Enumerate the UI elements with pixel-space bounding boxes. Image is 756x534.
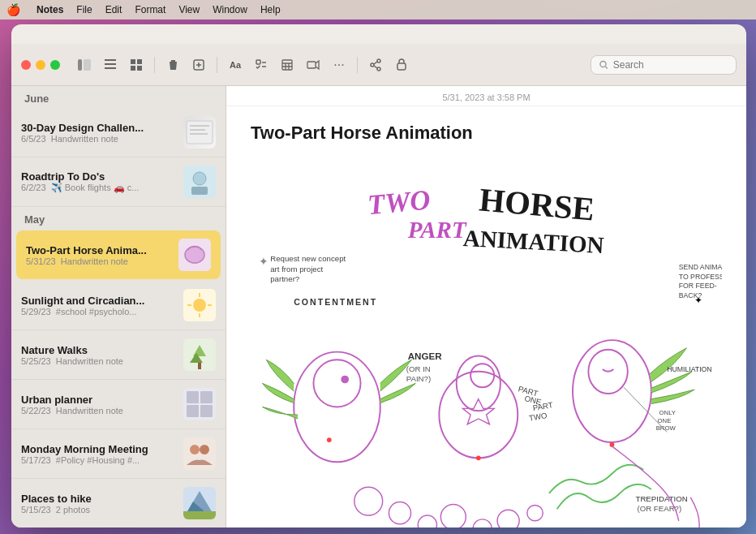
note-title: Sunlight and Circadian... bbox=[21, 295, 177, 307]
note-info: Monday Morning Meeting 5/17/23 #Policy #… bbox=[21, 443, 177, 465]
menu-format[interactable]: Format bbox=[135, 4, 165, 15]
share-button[interactable] bbox=[364, 54, 387, 76]
note-title: Places to hike bbox=[21, 493, 177, 505]
main-content: June 30-Day Design Challen... 6/5/23 Han… bbox=[11, 86, 746, 528]
svg-text:(OR IN: (OR IN bbox=[406, 364, 431, 373]
menu-help[interactable]: Help bbox=[260, 4, 281, 15]
section-june: June bbox=[11, 86, 226, 108]
menubar: 🍎 Notes File Edit Format View Window Hel… bbox=[0, 0, 756, 19]
note-info: Two-Part Horse Anima... 5/31/23 Handwrit… bbox=[26, 244, 172, 266]
svg-text:PAIN?): PAIN?) bbox=[406, 374, 431, 383]
search-input[interactable] bbox=[613, 59, 728, 71]
list-view-button[interactable] bbox=[99, 54, 122, 76]
note-drawing: TWO PART HORSE ANIMATION ✦ Request new c… bbox=[251, 157, 722, 528]
note-title: Urban planner bbox=[21, 394, 177, 406]
gallery-view-button[interactable] bbox=[125, 54, 148, 76]
search-icon bbox=[599, 60, 608, 70]
editor: 5/31, 2023 at 3:58 PM Two-Part Horse Ani… bbox=[226, 86, 746, 528]
svg-text:PART: PART bbox=[407, 217, 467, 243]
editor-content[interactable]: Two-Part Horse Animation TWO PART HORSE … bbox=[226, 106, 746, 528]
svg-rect-6 bbox=[137, 59, 142, 64]
note-item-nature-walks[interactable]: Nature Walks 5/25/23 Handwritten note bbox=[11, 330, 226, 380]
note-item-roadtrip[interactable]: Roadtrip To Do's 6/2/23 ✈️ Book flights … bbox=[11, 157, 226, 207]
note-item-design-challenge[interactable]: 30-Day Design Challen... 6/5/23 Handwrit… bbox=[11, 108, 226, 157]
svg-text:ONE: ONE bbox=[658, 417, 672, 424]
note-meta: 6/2/23 ✈️ Book flights 🚗 c... bbox=[21, 183, 177, 193]
attachment-button[interactable] bbox=[302, 54, 324, 76]
menu-notes[interactable]: Notes bbox=[37, 4, 63, 15]
svg-rect-18 bbox=[187, 121, 213, 144]
menu-view[interactable]: View bbox=[178, 4, 200, 15]
note-thumb bbox=[183, 487, 216, 519]
menu-window[interactable]: Window bbox=[213, 4, 247, 15]
svg-point-13 bbox=[377, 59, 380, 62]
sep-1 bbox=[154, 57, 155, 73]
sidebar-toggle-button[interactable] bbox=[73, 54, 96, 76]
table-button[interactable] bbox=[276, 54, 299, 76]
svg-rect-7 bbox=[131, 66, 135, 71]
search-bar[interactable] bbox=[591, 55, 737, 75]
svg-point-96 bbox=[327, 437, 332, 442]
note-item-meeting[interactable]: Monday Morning Meeting 5/17/23 #Policy #… bbox=[11, 429, 226, 479]
new-note-button[interactable] bbox=[187, 54, 210, 76]
svg-rect-11 bbox=[282, 60, 292, 70]
sep-3 bbox=[357, 57, 358, 73]
svg-rect-10 bbox=[256, 60, 260, 64]
svg-text:✦: ✦ bbox=[694, 295, 702, 305]
svg-text:ONLY: ONLY bbox=[659, 409, 677, 416]
svg-rect-49 bbox=[251, 171, 722, 528]
svg-rect-8 bbox=[137, 66, 142, 71]
format-button[interactable]: Aa bbox=[224, 54, 247, 76]
section-may: May bbox=[11, 207, 226, 229]
svg-rect-16 bbox=[397, 63, 406, 70]
editor-title: Two-Part Horse Animation bbox=[251, 123, 722, 144]
svg-point-41 bbox=[190, 445, 200, 454]
svg-rect-46 bbox=[183, 511, 216, 519]
note-title: 30-Day Design Challen... bbox=[21, 122, 177, 134]
note-list: June 30-Day Design Challen... 6/5/23 Han… bbox=[11, 86, 226, 528]
svg-point-14 bbox=[377, 67, 380, 71]
apple-menu[interactable]: 🍎 bbox=[6, 3, 20, 16]
note-item-sunlight[interactable]: Sunlight and Circadian... 5/29/23 #schoo… bbox=[11, 281, 226, 330]
note-meta: 6/5/23 Handwritten note bbox=[21, 134, 177, 144]
note-meta: 5/31/23 Handwritten note bbox=[26, 256, 172, 266]
note-info: 30-Day Design Challen... 6/5/23 Handwrit… bbox=[21, 122, 177, 144]
svg-rect-39 bbox=[200, 405, 213, 417]
close-button[interactable] bbox=[21, 60, 31, 70]
svg-text:FOR FEED-: FOR FEED- bbox=[679, 282, 717, 290]
svg-point-97 bbox=[476, 455, 481, 460]
svg-text:SEND ANIMATION: SEND ANIMATION bbox=[679, 263, 722, 271]
checklist-button[interactable] bbox=[250, 54, 273, 76]
menu-edit[interactable]: Edit bbox=[105, 4, 122, 15]
minimize-button[interactable] bbox=[36, 60, 45, 70]
note-item-urban-planner[interactable]: Urban planner 5/22/23 Handwritten note bbox=[11, 380, 226, 429]
lock-button[interactable] bbox=[390, 54, 413, 76]
note-thumb bbox=[183, 388, 216, 420]
note-meta: 5/25/23 Handwritten note bbox=[21, 356, 177, 366]
note-title: Roadtrip To Do's bbox=[21, 170, 177, 183]
note-title: Two-Part Horse Anima... bbox=[26, 244, 172, 256]
svg-text:✦: ✦ bbox=[259, 256, 268, 268]
note-meta: 5/22/23 Handwritten note bbox=[21, 406, 177, 416]
main-window: Aa ··· June bbox=[11, 24, 746, 528]
note-item-hike[interactable]: Places to hike 5/15/23 2 photos bbox=[11, 479, 226, 528]
svg-point-17 bbox=[600, 61, 606, 67]
svg-text:TO PROFESSOR: TO PROFESSOR bbox=[679, 273, 722, 281]
note-info: Urban planner 5/22/23 Handwritten note bbox=[21, 394, 177, 416]
svg-rect-5 bbox=[131, 59, 135, 64]
menu-file[interactable]: File bbox=[76, 4, 92, 15]
svg-point-23 bbox=[193, 172, 206, 185]
svg-text:HUMILIATION: HUMILIATION bbox=[667, 365, 711, 373]
note-title: Monday Morning Meeting bbox=[21, 443, 177, 455]
note-thumb bbox=[183, 289, 216, 321]
maximize-button[interactable] bbox=[50, 60, 60, 70]
svg-rect-4 bbox=[105, 67, 116, 69]
delete-button[interactable] bbox=[161, 54, 184, 76]
svg-rect-38 bbox=[187, 405, 199, 417]
more-button[interactable]: ··· bbox=[328, 54, 350, 76]
toolbar: Aa ··· bbox=[11, 44, 746, 86]
note-item-horse-animation[interactable]: Two-Part Horse Anima... 5/31/23 Handwrit… bbox=[16, 230, 221, 279]
note-info: Sunlight and Circadian... 5/29/23 #schoo… bbox=[21, 295, 177, 317]
note-meta: 5/29/23 #school #psycholo... bbox=[21, 307, 177, 317]
svg-point-28 bbox=[193, 299, 206, 312]
